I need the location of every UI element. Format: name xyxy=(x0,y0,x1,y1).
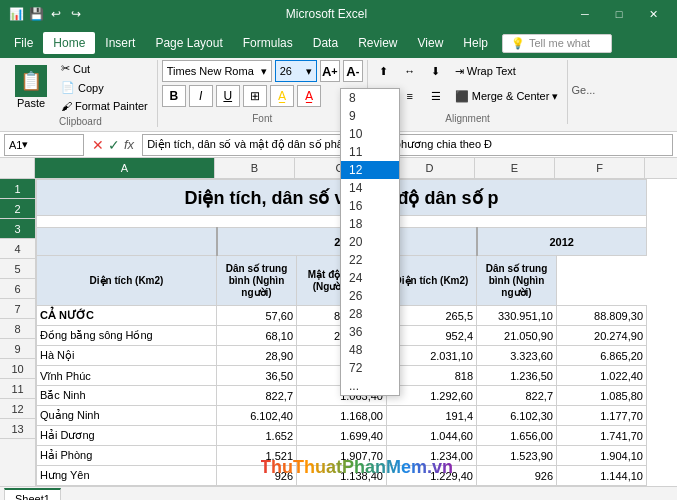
haiphong-name[interactable]: Hải Phòng xyxy=(37,446,217,466)
row-header-1[interactable]: 1 xyxy=(0,179,35,199)
align-right-button[interactable]: ☰ xyxy=(424,85,448,107)
font-size-option-48[interactable]: 48 xyxy=(341,341,399,359)
hungyen-ds2012[interactable]: 1.144,10 xyxy=(557,466,647,486)
quangninh-name[interactable]: Quảng Ninh xyxy=(37,406,217,426)
quangninh-ds2012[interactable]: 1.177,70 xyxy=(557,406,647,426)
confirm-formula-icon[interactable]: ✓ xyxy=(108,137,120,153)
row-header-11[interactable]: 11 xyxy=(0,379,35,399)
font-size-option-72[interactable]: 72 xyxy=(341,359,399,377)
save-icon[interactable]: 💾 xyxy=(28,6,44,22)
fill-color-button[interactable]: A̲ xyxy=(270,85,294,107)
tell-me-box[interactable]: 💡 Tell me what xyxy=(502,34,612,53)
menu-formulas[interactable]: Formulas xyxy=(233,32,303,54)
haiduong-md2011[interactable]: 1.044,60 xyxy=(387,426,477,446)
font-size-option-more[interactable]: ... xyxy=(341,377,399,395)
row-header-3[interactable]: 3 xyxy=(0,219,35,239)
col-header-E[interactable]: E xyxy=(475,158,555,178)
hanoi-name[interactable]: Hà Nội xyxy=(37,346,217,366)
hanoi-dt[interactable]: 28,90 xyxy=(217,346,297,366)
bacninh-dt2012[interactable]: 822,7 xyxy=(477,386,557,406)
dbsh-dt2012[interactable]: 21.050,90 xyxy=(477,326,557,346)
hungyen-dt2012[interactable]: 926 xyxy=(477,466,557,486)
hanoi-dt2012[interactable]: 3.323,60 xyxy=(477,346,557,366)
formula-input[interactable]: Diện tích, dân số và mật độ dân số phân … xyxy=(142,134,673,156)
hanoi-md2011[interactable]: 2.031,10 xyxy=(387,346,477,366)
menu-file[interactable]: File xyxy=(4,32,43,54)
font-size-option-26[interactable]: 26 xyxy=(341,287,399,305)
bacninh-dt[interactable]: 822,7 xyxy=(217,386,297,406)
format-painter-button[interactable]: 🖌 Format Painter xyxy=(56,98,153,114)
row-header-9[interactable]: 9 xyxy=(0,339,35,359)
ca-nuoc-name[interactable]: CẢ NƯỚC xyxy=(37,306,217,326)
cell-reference-box[interactable]: A1 ▾ xyxy=(4,134,84,156)
hanoi-ds2012[interactable]: 6.865,20 xyxy=(557,346,647,366)
menu-insert[interactable]: Insert xyxy=(95,32,145,54)
row-header-4[interactable]: 4 xyxy=(0,239,35,259)
border-button[interactable]: ⊞ xyxy=(243,85,267,107)
font-size-option-24[interactable]: 24 xyxy=(341,269,399,287)
font-size-option-22[interactable]: 22 xyxy=(341,251,399,269)
merge-center-button[interactable]: ⬛ Merge & Center ▾ xyxy=(450,85,564,107)
menu-review[interactable]: Review xyxy=(348,32,407,54)
col-header-B[interactable]: B xyxy=(215,158,295,178)
ca-nuoc-ds2012[interactable]: 88.809,30 xyxy=(557,306,647,326)
vinhphuc-dt2012[interactable]: 1.236,50 xyxy=(477,366,557,386)
font-color-button[interactable]: A̲ xyxy=(297,85,321,107)
bacninh-ds2012[interactable]: 1.085,80 xyxy=(557,386,647,406)
ca-nuoc-md2011[interactable]: 265,5 xyxy=(387,306,477,326)
cut-button[interactable]: ✂ Cut xyxy=(56,60,153,77)
align-middle-button[interactable]: ↔ xyxy=(398,60,422,82)
haiduong-dt2012[interactable]: 1.656,00 xyxy=(477,426,557,446)
align-center-button[interactable]: ≡ xyxy=(398,85,422,107)
vinhphuc-md2011[interactable]: 818 xyxy=(387,366,477,386)
menu-data[interactable]: Data xyxy=(303,32,348,54)
ca-nuoc-dt2012[interactable]: 330.951,10 xyxy=(477,306,557,326)
hungyen-dt[interactable]: 926 xyxy=(217,466,297,486)
font-increase-button[interactable]: A+ xyxy=(320,60,340,82)
bold-button[interactable]: B xyxy=(162,85,186,107)
vinhphuc-dt[interactable]: 36,50 xyxy=(217,366,297,386)
copy-button[interactable]: 📄 Copy xyxy=(56,79,153,96)
row-header-2[interactable]: 2 xyxy=(0,199,35,219)
minimize-button[interactable]: ─ xyxy=(569,4,601,24)
haiphong-ds2012[interactable]: 1.904,10 xyxy=(557,446,647,466)
menu-view[interactable]: View xyxy=(408,32,454,54)
font-size-option-36[interactable]: 36 xyxy=(341,323,399,341)
row-header-8[interactable]: 8 xyxy=(0,319,35,339)
font-decrease-button[interactable]: A- xyxy=(343,60,363,82)
dbsh-dt[interactable]: 68,10 xyxy=(217,326,297,346)
haiphong-dt2012[interactable]: 1.523,90 xyxy=(477,446,557,466)
vinhphuc-ds2012[interactable]: 1.022,40 xyxy=(557,366,647,386)
cancel-formula-icon[interactable]: ✕ xyxy=(92,137,104,153)
undo-icon[interactable]: ↩ xyxy=(48,6,64,22)
haiduong-dt[interactable]: 1.652 xyxy=(217,426,297,446)
row-header-6[interactable]: 6 xyxy=(0,279,35,299)
quangninh-dt[interactable]: 6.102,40 xyxy=(217,406,297,426)
align-top-button[interactable]: ⬆ xyxy=(372,60,396,82)
hungyen-ds2011[interactable]: 1.138,40 xyxy=(297,466,387,486)
ca-nuoc-dt[interactable]: 57,60 xyxy=(217,306,297,326)
font-size-option-28[interactable]: 28 xyxy=(341,305,399,323)
general-button[interactable]: Ge... xyxy=(568,60,598,120)
col-header-A[interactable]: A xyxy=(35,158,215,178)
haiphong-ds2011[interactable]: 1.907,70 xyxy=(297,446,387,466)
row-header-13[interactable]: 13 xyxy=(0,419,35,439)
bacninh-name[interactable]: Bắc Ninh xyxy=(37,386,217,406)
hungyen-md2011[interactable]: 1.229,40 xyxy=(387,466,477,486)
menu-page-layout[interactable]: Page Layout xyxy=(145,32,232,54)
redo-icon[interactable]: ↪ xyxy=(68,6,84,22)
font-size-option-18[interactable]: 18 xyxy=(341,215,399,233)
vinhphuc-name[interactable]: Vĩnh Phúc xyxy=(37,366,217,386)
haiphong-md2011[interactable]: 1.234,00 xyxy=(387,446,477,466)
font-size-dropdown-overlay[interactable]: 8 9 10 11 12 14 16 18 20 22 24 26 28 36 … xyxy=(340,179,400,396)
insert-function-icon[interactable]: fx xyxy=(124,137,134,152)
haiphong-dt[interactable]: 1.521 xyxy=(217,446,297,466)
font-size-option-14[interactable]: 14 xyxy=(341,179,399,197)
row-header-12[interactable]: 12 xyxy=(0,399,35,419)
font-size-dropdown[interactable]: 26 ▾ xyxy=(275,60,317,82)
dbsh-name[interactable]: Đồng bằng sông Hồng xyxy=(37,326,217,346)
italic-button[interactable]: I xyxy=(189,85,213,107)
align-bottom-button[interactable]: ⬇ xyxy=(424,60,448,82)
paste-button[interactable]: 📋 Paste xyxy=(8,62,54,112)
row-header-7[interactable]: 7 xyxy=(0,299,35,319)
